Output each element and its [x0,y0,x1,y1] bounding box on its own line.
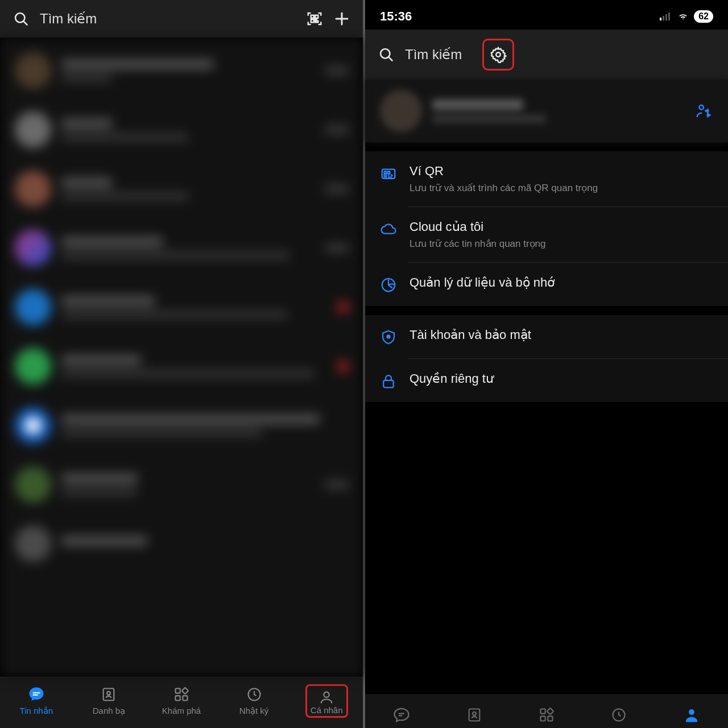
nav-messages[interactable]: Tin nhắn [10,686,63,716]
search-bar: Tìm kiếm [365,30,728,80]
battery-indicator: 62 [694,10,713,23]
svg-rect-34 [548,716,552,721]
search-placeholder[interactable]: Tìm kiếm [405,47,462,63]
nav-label: Danh bạ [93,706,125,716]
svg-rect-15 [660,18,661,20]
settings-group-1: Ví QR Lưu trữ và xuất trình các mã QR qu… [365,151,728,306]
nav-label: Khám phá [162,706,201,715]
settings-item-privacy[interactable]: Quyền riêng tư [365,359,728,402]
nav-contacts[interactable]: Danh bạ [82,686,135,716]
settings-title: Tài khoản và bảo mật [410,328,531,342]
svg-point-8 [107,691,110,694]
svg-rect-12 [182,688,189,694]
svg-rect-25 [388,171,390,173]
avatar [380,90,422,132]
settings-button-highlighted[interactable] [482,39,514,71]
svg-point-28 [387,335,390,338]
bottom-nav [365,694,728,728]
nav-discover[interactable]: Khám phá [155,686,208,715]
profile-row[interactable] [365,80,728,142]
nav-contacts[interactable] [466,707,482,723]
signal-icon [660,12,672,21]
svg-point-37 [689,709,694,715]
settings-item-security[interactable]: Tài khoản và bảo mật [365,315,728,358]
search-bar: Tìm kiếm [0,0,363,38]
svg-rect-9 [175,689,180,693]
message-icon [28,686,45,702]
data-icon [380,276,397,293]
svg-line-20 [389,57,392,61]
cloud-icon [380,221,397,238]
search-icon[interactable] [378,46,395,63]
settings-title: Cloud của tôi [410,220,546,234]
svg-point-21 [497,52,501,57]
shield-icon [380,329,397,346]
settings-item-cloud[interactable]: Cloud của tôi Lưu trữ các tin nhắn quan … [365,207,728,262]
status-time: 15:36 [380,9,412,24]
left-panel: Tìm kiếm Tin nhắn Danh bạ [0,0,365,728]
settings-item-qr-wallet[interactable]: Ví QR Lưu trữ và xuất trình các mã QR qu… [365,151,728,206]
lock-icon [380,373,397,390]
svg-rect-29 [383,380,394,388]
svg-rect-10 [175,696,180,700]
nav-timeline[interactable] [611,707,627,723]
nav-profile[interactable] [683,706,700,723]
svg-rect-11 [183,696,187,700]
svg-rect-33 [540,716,545,721]
contacts-icon [101,686,117,702]
svg-rect-35 [547,708,554,715]
svg-rect-2 [311,15,314,18]
svg-rect-4 [311,19,314,22]
qr-scan-icon[interactable] [306,10,323,27]
svg-rect-18 [668,13,670,20]
qr-wallet-icon [380,165,397,182]
svg-rect-17 [665,14,667,20]
bottom-nav: Tin nhắn Danh bạ Khám phá Nhật ký [0,677,363,728]
settings-title: Ví QR [410,164,598,179]
svg-line-1 [24,22,27,25]
settings-subtitle: Lưu trữ và xuất trình các mã QR quan trọ… [410,182,598,194]
nav-discover[interactable] [539,707,555,723]
switch-account-icon[interactable] [695,102,712,119]
person-icon [311,689,343,705]
highlight-box: Cá nhân [305,684,348,718]
svg-rect-24 [384,171,387,173]
settings-title: Quyền riêng tư [410,371,494,386]
settings-group-2: Tài khoản và bảo mật Quyền riêng tư [365,315,728,402]
wifi-icon [677,12,689,21]
gear-icon [490,46,507,63]
nav-messages[interactable] [393,706,410,723]
discover-icon [173,686,189,702]
svg-rect-16 [663,16,664,20]
settings-subtitle: Lưu trữ các tin nhắn quan trọng [410,238,546,250]
svg-rect-3 [315,15,318,18]
svg-rect-32 [540,709,545,714]
settings-title: Quản lý dữ liệu và bộ nhớ [410,275,555,290]
nav-label: Nhật ký [239,706,269,716]
search-placeholder[interactable]: Tìm kiếm [40,11,97,27]
nav-label: Cá nhân [311,705,343,715]
clock-icon [246,686,262,702]
nav-profile-highlighted[interactable]: Cá nhân [300,684,353,718]
nav-timeline[interactable]: Nhật ký [228,686,281,716]
svg-point-14 [324,692,329,697]
right-panel: 15:36 62 Tìm kiếm [365,0,728,728]
svg-point-22 [700,105,704,110]
chat-list-blurred [0,38,363,677]
svg-rect-26 [384,175,387,177]
svg-point-31 [473,712,476,715]
search-icon[interactable] [13,10,30,27]
settings-item-data[interactable]: Quản lý dữ liệu và bộ nhớ [365,263,728,306]
add-icon[interactable] [333,10,350,27]
nav-label: Tin nhắn [20,706,53,716]
status-bar: 15:36 62 [365,0,728,30]
